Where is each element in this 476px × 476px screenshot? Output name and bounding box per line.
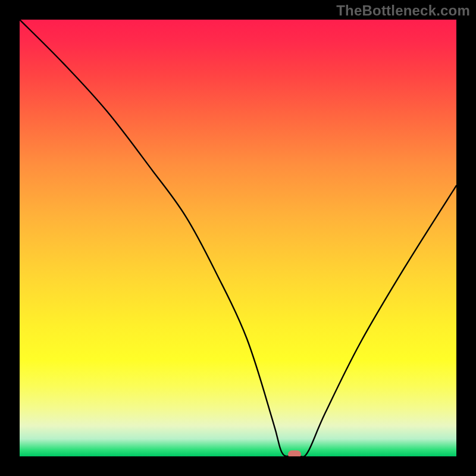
curve-svg xyxy=(20,20,456,456)
watermark-text: TheBottleneck.com xyxy=(336,2,470,19)
bottleneck-curve xyxy=(20,20,456,456)
optimal-marker xyxy=(288,450,301,456)
plot-area xyxy=(20,20,456,456)
chart-frame: TheBottleneck.com xyxy=(0,0,476,476)
